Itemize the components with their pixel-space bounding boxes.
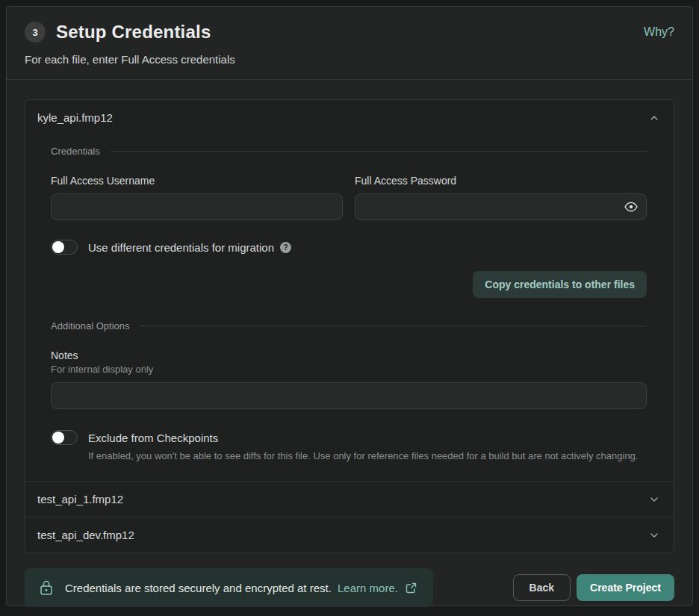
additional-options-section-label: Additional Options [51, 320, 130, 332]
toggle-knob [52, 241, 64, 253]
accordion-header-test-api-dev[interactable]: test_api_dev.fmp12 [25, 517, 674, 553]
exclude-toggle-label: Exclude from Checkpoints [88, 432, 218, 444]
section-divider-line [140, 326, 647, 326]
accordion-header-test-api-1[interactable]: test_api_1.fmp12 [25, 482, 674, 517]
step-number-badge: 3 [25, 22, 46, 43]
notes-label: Notes [51, 349, 647, 361]
section-divider-line [111, 151, 647, 152]
chevron-down-icon [648, 494, 660, 505]
external-link-icon[interactable] [406, 582, 417, 594]
create-project-button[interactable]: Create Project [577, 574, 674, 601]
setup-credentials-panel: 3 Setup Credentials Why? For each file, … [6, 6, 693, 606]
exclude-checkpoints-toggle[interactable] [51, 430, 78, 445]
learn-more-link[interactable]: Learn more. [338, 582, 398, 594]
eye-icon [624, 202, 638, 212]
file-name: test_api_1.fmp12 [37, 493, 123, 505]
security-notice-message: Credentials are stored securely and encr… [65, 582, 332, 594]
security-notice-text: Credentials are stored securely and encr… [65, 582, 417, 594]
notes-field-group: Notes For internal display only [51, 349, 647, 409]
show-password-button[interactable] [623, 200, 639, 214]
file-name: kyle_api.fmp12 [37, 111, 113, 124]
exclude-helper-text: If enabled, you won't be able to see dif… [88, 450, 647, 461]
chevron-up-icon [648, 112, 660, 124]
password-field-group: Full Access Password [355, 175, 647, 220]
page-title: Setup Credentials [56, 22, 211, 43]
password-input[interactable] [355, 193, 647, 220]
username-input[interactable] [51, 193, 343, 220]
toggle-knob [52, 432, 64, 444]
password-label: Full Access Password [355, 175, 647, 187]
migration-toggle-label: Use different credentials for migration [88, 241, 274, 254]
chevron-down-icon [648, 529, 660, 541]
notes-helper-text: For internal display only [51, 364, 647, 375]
file-settings-form: Credentials Full Access Username Full Ac… [25, 135, 674, 481]
username-field-group: Full Access Username [51, 175, 343, 220]
back-button[interactable]: Back [513, 574, 571, 601]
wizard-header: 3 Setup Credentials Why? For each file, … [7, 7, 692, 66]
file-name: test_api_dev.fmp12 [37, 529, 134, 541]
files-accordion-card: kyle_api.fmp12 Credentials Full Access U… [25, 99, 674, 553]
migration-credentials-toggle[interactable] [51, 240, 78, 255]
accordion-header-kyle-api[interactable]: kyle_api.fmp12 [25, 100, 674, 135]
why-link[interactable]: Why? [644, 25, 674, 39]
lock-icon [40, 579, 53, 596]
credentials-section-label: Credentials [51, 146, 100, 157]
page-subtitle: For each file, enter Full Access credent… [25, 53, 674, 66]
notes-input[interactable] [51, 382, 647, 409]
security-notice-box: Credentials are stored securely and encr… [25, 568, 433, 607]
wizard-footer: Credentials are stored securely and encr… [7, 553, 692, 607]
username-label: Full Access Username [51, 175, 343, 187]
copy-credentials-button[interactable]: Copy credentials to other files [473, 271, 647, 298]
help-question-icon[interactable]: ? [280, 242, 291, 253]
